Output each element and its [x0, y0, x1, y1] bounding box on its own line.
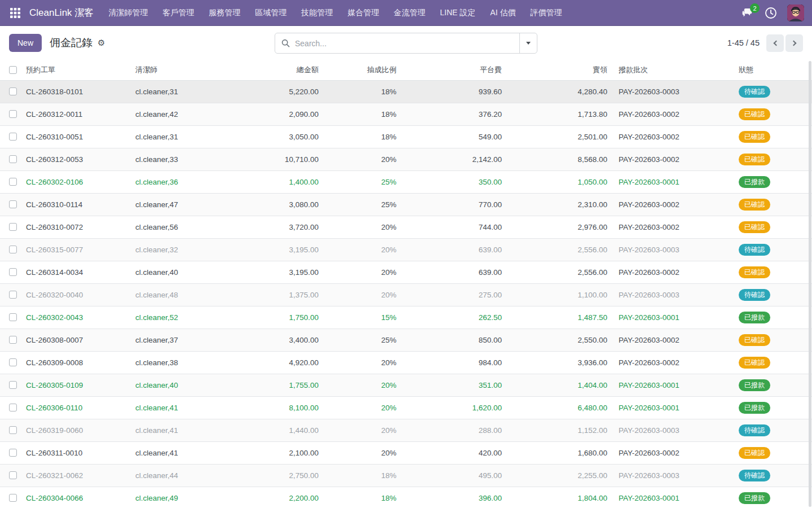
table-row[interactable]: CL-260308-0007cl.cleaner,373,400.0025%85…: [0, 329, 812, 351]
cell-checkbox: [0, 193, 23, 216]
menu-item-line-settings[interactable]: LINE 設定: [440, 8, 475, 18]
table-row[interactable]: CL-260318-0101cl.cleaner,315,220.0018%93…: [0, 80, 812, 103]
column-header-status[interactable]: 狀態: [733, 60, 812, 80]
table-row[interactable]: CL-260310-0114cl.cleaner,473,080.0025%77…: [0, 193, 812, 216]
activity-clock-icon[interactable]: [765, 7, 777, 19]
table-row[interactable]: CL-260304-0066cl.cleaner,492,200.0018%39…: [0, 487, 812, 508]
user-avatar[interactable]: [787, 5, 804, 21]
cell-platform_fee: 1,620.00: [402, 396, 508, 419]
select-all-checkbox[interactable]: [9, 66, 17, 74]
table-row[interactable]: CL-260311-0010cl.cleaner,412,100.0020%42…: [0, 441, 812, 464]
table-row[interactable]: CL-260319-0060cl.cleaner,411,440.0020%28…: [0, 419, 812, 441]
table-row[interactable]: CL-260321-0062cl.cleaner,442,750.0018%49…: [0, 464, 812, 487]
table-row[interactable]: CL-260306-0110cl.cleaner,418,100.0020%1,…: [0, 396, 812, 419]
column-header-platform_fee[interactable]: 平台費: [402, 60, 508, 80]
cell-platform_fee: 984.00: [402, 351, 508, 374]
cell-cleaner: cl.cleaner,56: [135, 216, 240, 238]
row-checkbox[interactable]: [9, 358, 17, 366]
search-input[interactable]: [295, 39, 519, 48]
row-checkbox[interactable]: [9, 291, 17, 299]
vertical-scrollbar[interactable]: [809, 61, 811, 507]
cell-cleaner: cl.cleaner,38: [135, 351, 240, 374]
cell-net: 2,976.00: [508, 216, 613, 238]
menu-item-cleaner-mgmt[interactable]: 清潔師管理: [108, 8, 148, 18]
status-badge: 已撥款: [739, 492, 770, 504]
row-checkbox[interactable]: [9, 246, 17, 253]
cell-cleaner: cl.cleaner,52: [135, 306, 240, 329]
menu-item-review-mgmt[interactable]: 評價管理: [530, 8, 562, 18]
row-checkbox[interactable]: [9, 426, 17, 434]
pager-prev-button[interactable]: [766, 34, 784, 52]
gear-icon[interactable]: ⚙: [98, 38, 105, 48]
apps-grid-icon[interactable]: [8, 6, 23, 20]
new-button[interactable]: New: [9, 34, 42, 52]
row-checkbox[interactable]: [9, 110, 17, 118]
menu-item-customer-mgmt[interactable]: 客戶管理: [162, 8, 194, 18]
cell-checkbox: [0, 374, 23, 396]
menu-item-cashflow-mgmt[interactable]: 金流管理: [394, 8, 425, 18]
table-row[interactable]: CL-260312-0011cl.cleaner,422,090.0018%37…: [0, 103, 812, 125]
row-checkbox[interactable]: [9, 494, 17, 502]
table-row[interactable]: CL-260315-0077cl.cleaner,323,195.0020%63…: [0, 238, 812, 261]
table-row[interactable]: CL-260310-0051cl.cleaner,313,050.0018%54…: [0, 125, 812, 148]
app-brand[interactable]: CleanLink 潔客: [29, 6, 94, 19]
menu-item-ai-estimate[interactable]: AI 估價: [490, 8, 515, 18]
table-row[interactable]: CL-260305-0109cl.cleaner,401,755.0020%35…: [0, 374, 812, 396]
column-header-cleaner[interactable]: 清潔師: [135, 60, 240, 80]
cell-platform_fee: 2,142.00: [402, 148, 508, 170]
messages-icon[interactable]: 2: [741, 7, 754, 18]
cell-order: CL-260318-0101: [23, 80, 135, 103]
cell-checkbox: [0, 80, 23, 103]
cell-rate: 20%: [324, 283, 402, 306]
menu-item-matching-mgmt[interactable]: 媒合管理: [347, 8, 379, 18]
row-checkbox[interactable]: [9, 268, 17, 276]
cell-batch: PAY-202603-0001: [613, 396, 733, 419]
row-checkbox[interactable]: [9, 155, 17, 163]
column-header-net[interactable]: 實領: [508, 60, 613, 80]
column-header-batch[interactable]: 撥款批次: [613, 60, 733, 80]
cell-cleaner: cl.cleaner,44: [135, 464, 240, 487]
table-row[interactable]: CL-260302-0043cl.cleaner,521,750.0015%26…: [0, 306, 812, 329]
cell-batch: PAY-202603-0003: [613, 283, 733, 306]
row-checkbox[interactable]: [9, 404, 17, 411]
search-dropdown-toggle[interactable]: [519, 33, 537, 53]
row-checkbox[interactable]: [9, 313, 17, 321]
column-header-order[interactable]: 預約工單: [23, 60, 135, 80]
table-row[interactable]: CL-260314-0034cl.cleaner,403,195.0020%63…: [0, 261, 812, 283]
cell-net: 1,804.00: [508, 487, 613, 508]
cell-order: CL-260306-0110: [23, 396, 135, 419]
cell-batch: PAY-202603-0001: [613, 487, 733, 508]
row-checkbox[interactable]: [9, 381, 17, 389]
row-checkbox[interactable]: [9, 200, 17, 208]
menu-item-service-mgmt[interactable]: 服務管理: [209, 8, 240, 18]
row-checkbox[interactable]: [9, 449, 17, 457]
search-bar: [275, 33, 537, 54]
column-header-rate[interactable]: 抽成比例: [324, 60, 402, 80]
row-checkbox[interactable]: [9, 133, 17, 141]
cell-status: 已撥款: [733, 487, 812, 508]
chevron-right-icon: [791, 40, 796, 46]
table-row[interactable]: CL-260310-0072cl.cleaner,563,720.0020%74…: [0, 216, 812, 238]
cell-checkbox: [0, 351, 23, 374]
pager-next-button[interactable]: [785, 34, 803, 52]
cell-checkbox: [0, 216, 23, 238]
main-menu: 清潔師管理 客戶管理 服務管理 區域管理 技能管理 媒合管理 金流管理 LINE…: [108, 8, 562, 18]
cell-checkbox: [0, 487, 23, 508]
messages-count-badge: 2: [750, 3, 760, 13]
table-row[interactable]: CL-260302-0106cl.cleaner,361,400.0025%35…: [0, 170, 812, 193]
table-row[interactable]: CL-260309-0008cl.cleaner,384,920.0020%98…: [0, 351, 812, 374]
row-checkbox[interactable]: [9, 178, 17, 186]
table-row[interactable]: CL-260312-0053cl.cleaner,3310,710.0020%2…: [0, 148, 812, 170]
row-checkbox[interactable]: [9, 471, 17, 479]
menu-item-region-mgmt[interactable]: 區域管理: [255, 8, 286, 18]
column-header-total[interactable]: 總金額: [240, 60, 324, 80]
menu-item-skill-mgmt[interactable]: 技能管理: [301, 8, 333, 18]
row-checkbox[interactable]: [9, 223, 17, 231]
cell-platform_fee: 549.00: [402, 125, 508, 148]
table-row[interactable]: CL-260320-0040cl.cleaner,481,375.0020%27…: [0, 283, 812, 306]
cell-total: 3,720.00: [240, 216, 324, 238]
cell-order: CL-260302-0043: [23, 306, 135, 329]
row-checkbox[interactable]: [9, 336, 17, 344]
row-checkbox[interactable]: [9, 87, 17, 95]
cell-batch: PAY-202603-0001: [613, 306, 733, 329]
